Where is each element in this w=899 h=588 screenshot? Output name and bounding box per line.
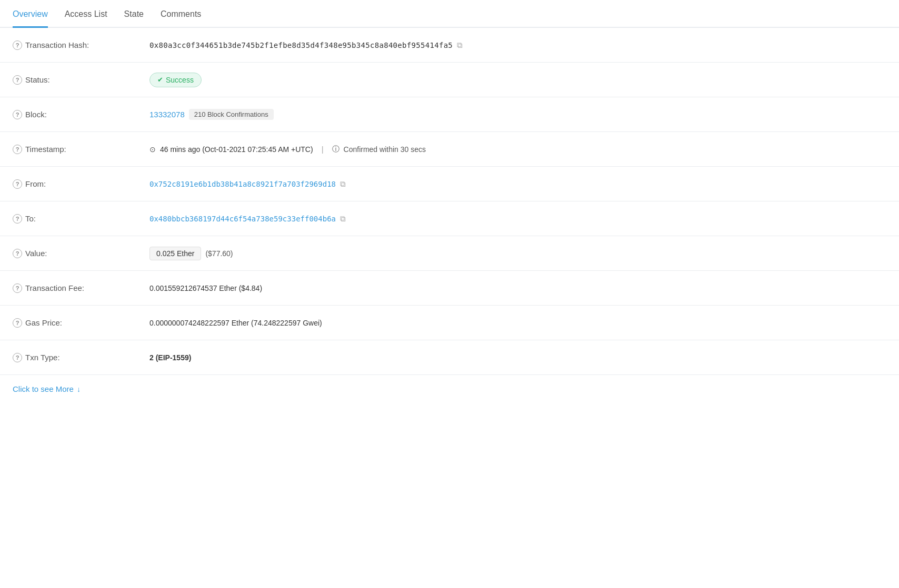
- value-value: 0.025 Ether ($77.60): [149, 247, 886, 260]
- help-icon-block[interactable]: ?: [13, 110, 22, 119]
- help-icon-txn-type[interactable]: ?: [13, 353, 22, 362]
- from-address-link[interactable]: 0x752c8191e6b1db38b41a8c8921f7a703f2969d…: [149, 180, 336, 188]
- copy-to-button[interactable]: ⧉: [340, 214, 346, 224]
- label-status: ? Status:: [13, 75, 149, 85]
- label-transaction-hash: ? Transaction Hash:: [13, 40, 149, 50]
- gas-price-text: 0.000000074248222597 Ether (74.248222597…: [149, 319, 322, 327]
- row-txn-type: ? Txn Type: 2 (EIP-1559): [0, 340, 899, 375]
- help-icon-from[interactable]: ?: [13, 179, 22, 189]
- label-to: ? To:: [13, 214, 149, 224]
- success-check-icon: ✔: [157, 76, 163, 84]
- timestamp-text: 46 mins ago (Oct-01-2021 07:25:45 AM +UT…: [160, 145, 313, 154]
- help-icon-to[interactable]: ?: [13, 214, 22, 224]
- value-timestamp: ⊙ 46 mins ago (Oct-01-2021 07:25:45 AM +…: [149, 145, 886, 154]
- tab-comments[interactable]: Comments: [161, 9, 201, 28]
- row-block: ? Block: 13332078 210 Block Confirmation…: [0, 97, 899, 132]
- row-to: ? To: 0x480bbcb368197d44c6f54a738e59c33e…: [0, 201, 899, 236]
- copy-from-button[interactable]: ⧉: [340, 179, 346, 189]
- block-number-link[interactable]: 13332078: [149, 110, 185, 119]
- to-address-link[interactable]: 0x480bbcb368197d44c6f54a738e59c33eff004b…: [149, 215, 336, 223]
- clock-icon: ⊙: [149, 145, 156, 154]
- row-from: ? From: 0x752c8191e6b1db38b41a8c8921f7a7…: [0, 167, 899, 201]
- value-transaction-fee: 0.001559212674537 Ether ($4.84): [149, 284, 886, 292]
- txn-type-text: 2 (EIP-1559): [149, 353, 191, 362]
- info-icon: ⓘ: [332, 145, 339, 154]
- row-status: ? Status: ✔ Success: [0, 63, 899, 97]
- help-icon-status[interactable]: ?: [13, 75, 22, 85]
- click-more-section: Click to see More ↓: [0, 375, 899, 403]
- label-from: ? From:: [13, 179, 149, 189]
- help-icon-transaction-fee[interactable]: ?: [13, 283, 22, 293]
- status-badge: ✔ Success: [149, 73, 202, 87]
- label-block: ? Block:: [13, 110, 149, 119]
- confirmations-badge: 210 Block Confirmations: [189, 109, 274, 120]
- usd-value: ($77.60): [205, 249, 233, 258]
- down-arrow-icon: ↓: [77, 385, 81, 393]
- transaction-hash-value: 0x80a3cc0f344651b3de745b2f1efbe8d35d4f34…: [149, 41, 453, 49]
- row-transaction-hash: ? Transaction Hash: 0x80a3cc0f344651b3de…: [0, 28, 899, 63]
- click-more-link[interactable]: Click to see More: [13, 384, 74, 393]
- confirmed-text: Confirmed within 30 secs: [344, 145, 426, 154]
- value-gas-price: 0.000000074248222597 Ether (74.248222597…: [149, 319, 886, 327]
- tab-access-list[interactable]: Access List: [65, 9, 107, 28]
- label-gas-price: ? Gas Price:: [13, 318, 149, 328]
- label-txn-type: ? Txn Type:: [13, 353, 149, 362]
- help-icon-value[interactable]: ?: [13, 249, 22, 258]
- value-from: 0x752c8191e6b1db38b41a8c8921f7a703f2969d…: [149, 179, 886, 189]
- copy-transaction-hash-button[interactable]: ⧉: [457, 40, 463, 50]
- tab-overview[interactable]: Overview: [13, 9, 48, 28]
- row-transaction-fee: ? Transaction Fee: 0.001559212674537 Eth…: [0, 271, 899, 306]
- row-timestamp: ? Timestamp: ⊙ 46 mins ago (Oct-01-2021 …: [0, 132, 899, 167]
- row-gas-price: ? Gas Price: 0.000000074248222597 Ether …: [0, 306, 899, 340]
- help-icon-timestamp[interactable]: ?: [13, 145, 22, 154]
- fee-text: 0.001559212674537 Ether ($4.84): [149, 284, 262, 292]
- value-txn-type: 2 (EIP-1559): [149, 353, 886, 362]
- timestamp-separator: |: [322, 145, 324, 154]
- row-value: ? Value: 0.025 Ether ($77.60): [0, 236, 899, 271]
- label-transaction-fee: ? Transaction Fee:: [13, 283, 149, 293]
- label-timestamp: ? Timestamp:: [13, 145, 149, 154]
- tab-state[interactable]: State: [124, 9, 144, 28]
- value-transaction-hash: 0x80a3cc0f344651b3de745b2f1efbe8d35d4f34…: [149, 40, 886, 50]
- tab-bar: Overview Access List State Comments: [0, 0, 899, 28]
- value-to: 0x480bbcb368197d44c6f54a738e59c33eff004b…: [149, 214, 886, 224]
- help-icon-transaction-hash[interactable]: ?: [13, 40, 22, 50]
- help-icon-gas-price[interactable]: ?: [13, 318, 22, 328]
- value-status: ✔ Success: [149, 73, 886, 87]
- label-value: ? Value:: [13, 249, 149, 258]
- value-block: 13332078 210 Block Confirmations: [149, 109, 886, 120]
- ether-value-badge: 0.025 Ether: [149, 247, 201, 260]
